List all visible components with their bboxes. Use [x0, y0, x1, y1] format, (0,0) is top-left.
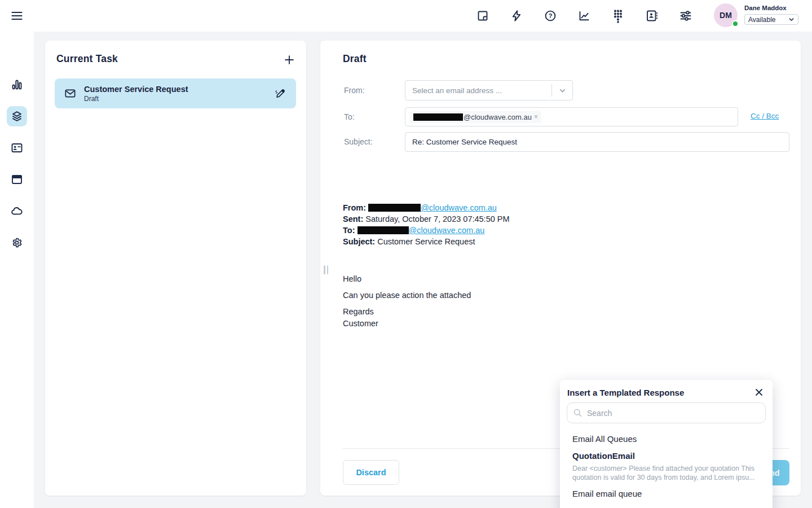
subject-input[interactable] — [405, 132, 789, 152]
sidebar-item-cloud[interactable] — [7, 201, 27, 221]
menu-hamburger-icon[interactable] — [9, 8, 25, 24]
to-recipients-field[interactable]: @cloudwave.com.au × — [405, 107, 738, 126]
email-envelope-icon — [64, 87, 77, 100]
status-value: Available — [748, 16, 775, 24]
task-list-item[interactable]: Customer Service Request Draft — [55, 78, 296, 108]
search-icon — [573, 408, 582, 418]
sidebar-item-contacts[interactable] — [7, 138, 27, 158]
recipient-chip[interactable]: @cloudwave.com.au × — [410, 111, 541, 123]
to-label: To: — [344, 112, 355, 121]
template-item[interactable]: QuotationEmail Dear <customer> Please fi… — [572, 450, 763, 482]
task-subtitle: Draft — [84, 95, 273, 103]
quoted-from-link[interactable]: @cloudwave.com.au — [421, 203, 497, 212]
redacted-address — [358, 226, 409, 234]
add-task-button[interactable] — [283, 53, 296, 67]
avatar[interactable]: DM — [714, 3, 739, 28]
template-item[interactable]: Email email queue — [572, 488, 763, 500]
user-area: DM Dane Maddox Available — [714, 3, 798, 28]
email-body[interactable]: Hello Can you please action the attached… — [343, 274, 471, 328]
task-title: Customer Service Request — [84, 85, 273, 94]
user-name: Dane Maddox — [744, 5, 798, 11]
sidebar — [0, 32, 34, 508]
performance-chart-icon[interactable] — [573, 5, 595, 27]
chevron-down-icon[interactable] — [552, 87, 572, 94]
body-line: Hello — [343, 274, 471, 283]
from-label: From: — [344, 86, 365, 95]
draft-title: Draft — [343, 53, 367, 65]
user-meta: Dane Maddox Available — [744, 3, 798, 28]
templated-response-popup: Insert a Templated Response Email All Qu… — [560, 380, 773, 508]
chevron-down-icon — [788, 16, 795, 23]
sidebar-item-apps[interactable] — [7, 169, 27, 190]
remove-recipient-icon[interactable]: × — [534, 113, 538, 121]
quoted-to-line: To: @cloudwave.com.au — [343, 225, 510, 236]
directory-contacts-icon[interactable] — [641, 5, 663, 27]
redacted-address — [413, 113, 463, 121]
sidebar-item-activity[interactable] — [7, 75, 27, 95]
from-address-select[interactable]: Select an email address ... — [405, 80, 573, 100]
template-item-description: Dear <customer> Please find attached you… — [572, 464, 763, 482]
popup-header: Insert a Templated Response — [567, 384, 765, 400]
template-list: Email All Queues QuotationEmail Dear <cu… — [572, 433, 763, 505]
redacted-address — [368, 204, 421, 212]
status-dropdown[interactable]: Available — [744, 14, 798, 25]
top-bar: ? DM Dane Maddox Availabl — [0, 0, 812, 32]
panel-resize-handle[interactable] — [324, 265, 329, 275]
template-item-title: QuotationEmail — [572, 450, 763, 462]
body-line: Can you please action the attached — [343, 291, 471, 300]
quoted-to-link[interactable]: @cloudwave.com.au — [409, 226, 485, 235]
sidebar-item-interactions[interactable] — [7, 106, 27, 126]
edit-pen-icon[interactable] — [273, 87, 287, 100]
quoted-from-line: From: @cloudwave.com.au — [343, 202, 510, 213]
task-text: Customer Service Request Draft — [84, 85, 273, 103]
preferences-sliders-icon[interactable] — [674, 5, 697, 27]
svg-text:?: ? — [549, 12, 553, 19]
recipient-domain: @cloudwave.com.au — [464, 113, 532, 121]
sidebar-item-settings[interactable] — [7, 233, 27, 253]
body-line: Regards — [343, 307, 471, 316]
presence-indicator — [732, 20, 739, 27]
popup-title: Insert a Templated Response — [567, 388, 684, 397]
topbar-icon-group: ? — [471, 5, 697, 27]
subject-label: Subject: — [344, 137, 373, 146]
quoted-subject-line: Subject: Customer Service Request — [343, 236, 510, 247]
quoted-email-header: From: @cloudwave.com.au Sent: Saturday, … — [343, 202, 510, 247]
cc-bcc-link[interactable]: Cc / Bcc — [751, 112, 779, 120]
current-task-panel: Current Task Customer Service Request Dr… — [45, 41, 306, 496]
template-search-input[interactable] — [587, 409, 760, 418]
app-root: ? DM Dane Maddox Availabl — [0, 0, 812, 508]
quoted-sent-line: Sent: Saturday, October 7, 2023 07:45:50… — [343, 213, 510, 225]
template-search-box[interactable] — [567, 402, 766, 423]
help-icon[interactable]: ? — [539, 5, 562, 27]
from-placeholder: Select an email address ... — [412, 86, 551, 95]
template-item[interactable]: Email All Queues — [572, 433, 763, 445]
current-task-title: Current Task — [56, 53, 118, 65]
discard-button[interactable]: Discard — [343, 460, 399, 485]
lightning-icon[interactable] — [505, 5, 528, 27]
dialpad-icon[interactable] — [607, 5, 629, 27]
body-line: Customer — [343, 319, 471, 328]
note-icon[interactable] — [471, 5, 494, 27]
close-icon[interactable] — [753, 386, 765, 398]
